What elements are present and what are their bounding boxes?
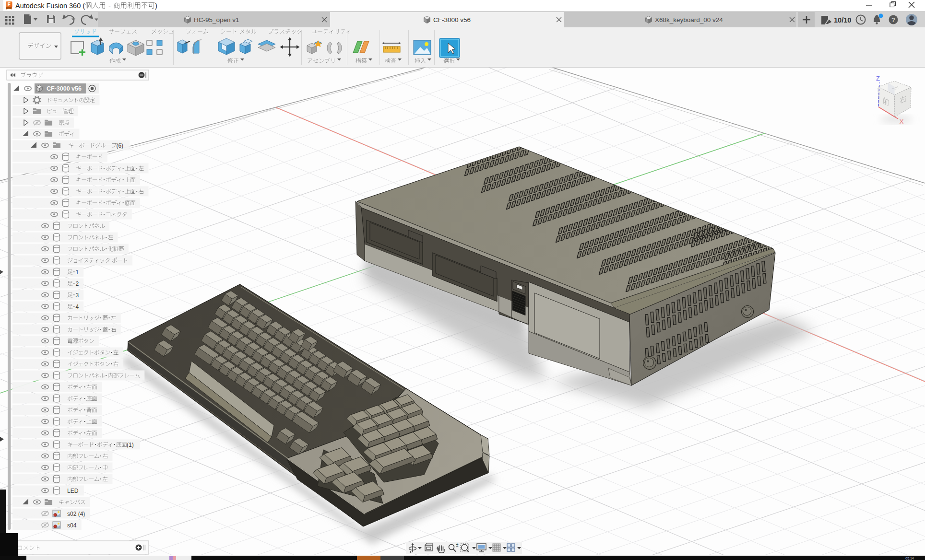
svg-text:(6): (6) bbox=[116, 142, 123, 149]
svg-text:1: 1 bbox=[75, 269, 79, 276]
svg-text:3: 3 bbox=[75, 292, 79, 299]
svg-text:05:14: 05:14 bbox=[905, 557, 914, 560]
svg-text:-: - bbox=[108, 2, 111, 10]
svg-text:): ) bbox=[155, 2, 157, 10]
svg-text:Autodesk Fusion 360 (: Autodesk Fusion 360 ( bbox=[15, 2, 85, 10]
svg-text:4: 4 bbox=[75, 303, 79, 310]
svg-text:±: ± bbox=[456, 542, 459, 548]
svg-text:X68k_keyboard_00 v24: X68k_keyboard_00 v24 bbox=[655, 16, 723, 23]
svg-text:CF-3000 v56: CF-3000 v56 bbox=[47, 85, 82, 92]
svg-text:(1): (1) bbox=[127, 442, 134, 448]
svg-text:F: F bbox=[8, 2, 11, 7]
svg-text:s02 (4): s02 (4) bbox=[67, 511, 85, 517]
svg-text:?: ? bbox=[891, 16, 895, 23]
svg-text:CF-3000 v56: CF-3000 v56 bbox=[433, 16, 471, 23]
svg-text:X: X bbox=[900, 118, 904, 125]
svg-text:2: 2 bbox=[75, 280, 79, 287]
svg-text:Z: Z bbox=[876, 75, 880, 82]
svg-text:LED: LED bbox=[67, 488, 79, 494]
svg-text:10/10: 10/10 bbox=[834, 16, 851, 24]
svg-text:s04: s04 bbox=[67, 522, 77, 529]
svg-text:HC-95_open v1: HC-95_open v1 bbox=[194, 16, 239, 23]
